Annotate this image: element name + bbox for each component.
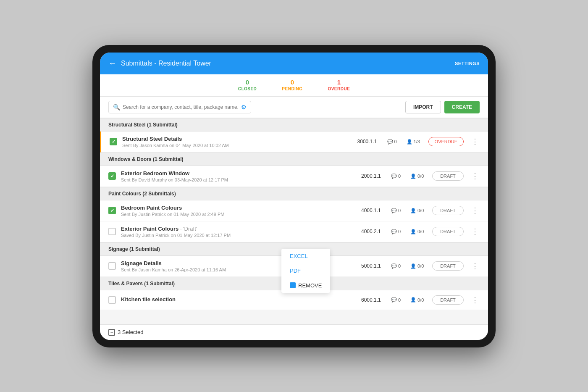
remove-menu-item[interactable]: REMOVE [281, 278, 330, 293]
submittal-subtitle: Sent By Jason Kamha on 04-May-2020 at 10… [122, 143, 352, 148]
filter-icon[interactable]: ⚙ [241, 104, 247, 110]
submittal-meta: 4000.1.1 💬 0 👤 0/0 DRAFT ⋮ [361, 205, 480, 216]
comments-count: 💬 0 [387, 139, 400, 145]
stat-overdue[interactable]: 1 OVERDUE [328, 79, 350, 91]
search-box[interactable]: 🔍 ⚙ [108, 101, 251, 113]
import-button[interactable]: IMPORT [405, 101, 441, 113]
stats-bar: 0 CLOSED 0 PENDING 1 OVERDUE [100, 74, 488, 97]
deselect-icon[interactable] [108, 329, 115, 336]
remove-icon [290, 282, 296, 288]
row-checkbox[interactable] [108, 228, 116, 235]
more-options-icon[interactable]: ⋮ [470, 260, 480, 271]
row-checkbox[interactable] [108, 172, 116, 180]
row-checkbox[interactable] [108, 262, 116, 270]
more-options-icon[interactable]: ⋮ [470, 205, 480, 216]
stat-pending[interactable]: 0 PENDING [282, 79, 302, 91]
comments-count: 💬 0 [391, 297, 404, 303]
submittal-subtitle: Sent By Justin Patrick on 01-May-2020 at… [121, 212, 356, 217]
overdue-count: 1 [337, 79, 341, 86]
submittal-subtitle: Saved By Justin Patrick on 01-May-2020 a… [121, 233, 356, 238]
submittal-title: Kitchen tile selection [121, 296, 356, 303]
closed-label: CLOSED [238, 87, 257, 91]
context-menu: EXCEL PDF REMOVE [281, 249, 330, 293]
submittal-info: Bedroom Paint Colours Sent By Justin Pat… [121, 205, 356, 217]
submittal-meta: 4000.2.1 💬 0 👤 0/0 DRAFT ⋮ [361, 226, 480, 237]
toolbar-buttons: IMPORT CREATE [405, 101, 480, 113]
submittal-row[interactable]: Structural Steel Details Sent By Jason K… [100, 132, 488, 153]
submittal-info: Kitchen tile selection [121, 296, 356, 303]
back-button[interactable]: ← [108, 58, 117, 68]
overdue-label: OVERDUE [328, 87, 350, 91]
status-badge: DRAFT [432, 206, 464, 215]
row-checkbox[interactable] [108, 207, 116, 214]
submittal-row[interactable]: Kitchen tile selection 6000.1.1 💬 0 👤 0/… [100, 290, 488, 310]
submittal-code: 3000.1.1 [357, 139, 381, 145]
submittals-list: Structural Steel (1 Submittal) Structura… [100, 118, 488, 324]
tablet-screen: ← Submittals - Residential Tower SETTING… [100, 53, 488, 340]
status-badge: DRAFT [432, 227, 464, 236]
status-badge: DRAFT [432, 171, 464, 181]
submittal-row[interactable]: Exterior Paint Colours · 'Draft' Saved B… [100, 221, 488, 242]
comments-count: 💬 0 [391, 174, 404, 179]
stat-closed[interactable]: 0 CLOSED [238, 79, 257, 91]
create-button[interactable]: CREATE [444, 101, 480, 113]
submittal-meta: 3000.1.1 💬 0 👤 1/3 OVERDUE ⋮ [357, 136, 480, 147]
selected-count-label: 3 Selected [118, 329, 143, 335]
tablet-device: ← Submittals - Residential Tower SETTING… [92, 45, 496, 347]
more-options-icon[interactable]: ⋮ [470, 226, 480, 237]
assigned-count: 👤 0/0 [410, 229, 425, 234]
page-title: Submittals - Residential Tower [121, 60, 211, 67]
submittal-meta: 5000.1.1 💬 0 👤 0/0 DRAFT ⋮ [361, 260, 480, 271]
more-options-icon[interactable]: ⋮ [470, 171, 480, 182]
assigned-count: 👤 0/0 [410, 208, 425, 213]
submittal-info: Exterior Bedroom Window Sent By David Mu… [121, 170, 356, 182]
closed-count: 0 [246, 79, 249, 86]
submittal-code: 4000.2.1 [361, 229, 384, 234]
submittal-subtitle: Sent By David Murphy on 03-May-2020 at 1… [121, 177, 356, 182]
comments-count: 💬 0 [391, 208, 404, 213]
section-header-paint-colours: Paint Colours (2 Submittals) [100, 187, 488, 200]
excel-menu-item[interactable]: EXCEL [281, 249, 330, 263]
submittal-title: Exterior Bedroom Window [121, 170, 356, 176]
submittal-title: Exterior Paint Colours · 'Draft' [121, 226, 356, 232]
submittal-info: Structural Steel Details Sent By Jason K… [122, 136, 352, 148]
submittal-meta: 6000.1.1 💬 0 👤 0/0 DRAFT ⋮ [361, 295, 480, 305]
submittal-code: 5000.1.1 [361, 263, 384, 269]
settings-button[interactable]: SETTINGS [455, 61, 480, 66]
search-input[interactable] [123, 104, 239, 110]
pending-count: 0 [291, 79, 294, 86]
submittal-title: Structural Steel Details [122, 136, 352, 142]
submittal-info: Exterior Paint Colours · 'Draft' Saved B… [121, 226, 356, 238]
status-badge: OVERDUE [428, 137, 464, 146]
section-header-structural-steel: Structural Steel (1 Submittal) [100, 118, 488, 132]
submittal-row[interactable]: Bedroom Paint Colours Sent By Justin Pat… [100, 200, 488, 221]
toolbar: 🔍 ⚙ IMPORT CREATE [100, 97, 488, 118]
submittal-title: Bedroom Paint Colours [121, 205, 356, 211]
status-badge: DRAFT [432, 261, 464, 271]
more-options-icon[interactable]: ⋮ [470, 136, 480, 147]
status-badge: DRAFT [432, 295, 464, 305]
pending-label: PENDING [282, 87, 302, 91]
submittal-row[interactable]: Exterior Bedroom Window Sent By David Mu… [100, 166, 488, 187]
pdf-menu-item[interactable]: PDF [281, 263, 330, 278]
submittal-meta: 2000.1.1 💬 0 👤 0/0 DRAFT ⋮ [361, 171, 480, 182]
more-options-icon[interactable]: ⋮ [470, 295, 480, 305]
bottom-bar: 3 Selected [100, 324, 488, 340]
assigned-count: 👤 1/3 [407, 139, 422, 145]
section-header-windows-doors: Windows & Doors (1 Submittal) [100, 153, 488, 166]
search-icon: 🔍 [113, 104, 120, 110]
assigned-count: 👤 0/0 [410, 263, 425, 269]
assigned-count: 👤 0/0 [410, 297, 425, 303]
row-checkbox[interactable] [108, 296, 116, 304]
comments-count: 💬 0 [391, 229, 404, 234]
assigned-count: 👤 0/0 [410, 174, 425, 179]
comments-count: 💬 0 [391, 263, 404, 269]
selected-count: 3 Selected [108, 329, 143, 336]
row-checkbox[interactable] [110, 138, 117, 145]
submittal-code: 2000.1.1 [361, 173, 384, 179]
submittal-code: 6000.1.1 [361, 297, 384, 303]
app-header: ← Submittals - Residential Tower SETTING… [100, 53, 488, 74]
submittal-code: 4000.1.1 [361, 208, 384, 213]
